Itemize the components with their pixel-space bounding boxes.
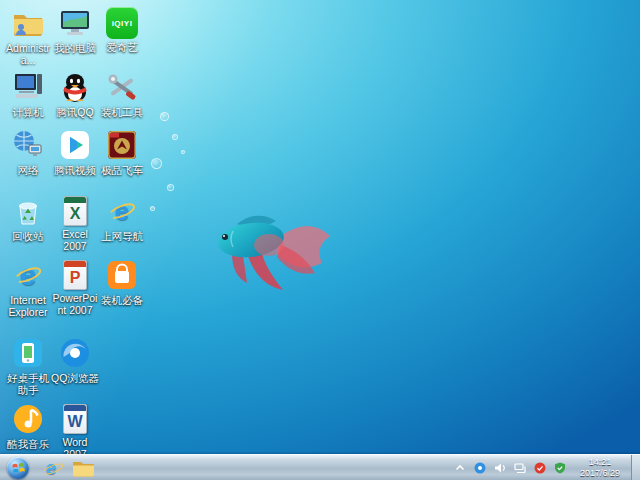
desktop-icon-label: 装机工具 — [98, 106, 146, 118]
desktop-icon-phone-assistant[interactable]: 好桌手机助手 — [4, 336, 52, 397]
excel-icon: X — [63, 196, 87, 226]
desktop-icon-internet-explorer[interactable]: e Internet Explorer — [4, 258, 52, 319]
powerpoint-letter: P — [70, 270, 81, 289]
racing-game-icon — [105, 128, 139, 162]
desktop-icon-label: Administra... — [4, 42, 52, 67]
taskbar-explorer-button[interactable] — [67, 456, 99, 480]
desktop-icon-powerpoint[interactable]: P PowerPoint 2007 — [51, 258, 99, 317]
taskbar-clock[interactable]: 14:21 2017/6/29 — [575, 457, 625, 479]
powerpoint-band — [64, 261, 86, 267]
network-globe-icon — [11, 128, 45, 162]
desktop-icon-tencent-video[interactable]: 腾讯视频 — [51, 128, 99, 176]
desktop-icon-label: Excel 2007 — [51, 228, 99, 253]
red-shield-icon — [534, 462, 546, 474]
desktop-icon-install-tools[interactable]: 装机工具 — [98, 70, 146, 118]
desktop-icon-label: 回收站 — [4, 230, 52, 242]
desktop-icon-label: 酷我音乐 — [4, 438, 52, 450]
phone-icon — [11, 336, 45, 370]
tray-app-icon[interactable] — [473, 461, 487, 475]
desktop-icon-label: 腾讯视频 — [51, 164, 99, 176]
network-icon — [514, 462, 527, 474]
desktop-icon-label: 装机必备 — [98, 294, 146, 306]
desktop-icon-kuwo-music[interactable]: 酷我音乐 — [4, 402, 52, 450]
desktop-icon-my-computer[interactable]: 我的电脑 — [51, 6, 99, 54]
folder-icon — [72, 458, 95, 477]
desktop-icon-label: 极品飞车 — [98, 164, 146, 176]
desktop-icon-administrator[interactable]: Administra... — [4, 6, 52, 67]
desktop[interactable]: Administra... 我的电脑 iQIYI 爱奇艺 计算机 腾讯QQ 装机… — [0, 0, 640, 454]
betta-fish-image — [203, 193, 343, 303]
chevron-up-icon — [454, 462, 466, 474]
desktop-icon-label: 好桌手机助手 — [4, 372, 52, 397]
ie-icon: e — [46, 457, 57, 479]
desktop-icon-word[interactable]: W Word 2007 — [51, 402, 99, 461]
start-button[interactable] — [7, 457, 29, 479]
system-tray — [453, 461, 567, 475]
volume-icon — [494, 462, 507, 474]
desktop-icon-label: 网络 — [4, 164, 52, 176]
bubble — [150, 206, 155, 211]
desktop-icon-essentials[interactable]: 装机必备 — [98, 258, 146, 306]
music-note-icon — [11, 402, 45, 436]
monitor-icon — [58, 6, 92, 40]
bubble — [167, 184, 174, 191]
antivirus-tray-button[interactable] — [533, 461, 547, 475]
windows-flag-icon — [12, 461, 25, 474]
bubble — [172, 134, 178, 140]
taskbar-ie-button[interactable]: e — [35, 456, 67, 480]
desktop-icon-recycle-bin[interactable]: 回收站 — [4, 194, 52, 242]
desktop-icon-label: PowerPoint 2007 — [51, 292, 99, 317]
desktop-icon-label: Internet Explorer — [4, 294, 52, 319]
desktop-icon-qq-browser[interactable]: QQ浏览器 — [51, 336, 99, 384]
clock-date: 2017/6/29 — [575, 468, 625, 479]
desktop-icon-excel[interactable]: X Excel 2007 — [51, 194, 99, 253]
desktop-icon-label: 计算机 — [4, 106, 52, 118]
browser-globe-icon — [58, 336, 92, 370]
iqiyi-logo-text: iQIYI — [112, 19, 133, 28]
word-letter: W — [67, 414, 82, 433]
volume-button[interactable] — [493, 461, 507, 475]
desktop-icon-web-nav[interactable]: e 上网导航 — [98, 194, 146, 242]
desktop-icon-iqiyi[interactable]: iQIYI 爱奇艺 — [98, 6, 146, 53]
excel-letter: X — [70, 206, 81, 225]
desktop-icon-tencent-qq[interactable]: 腾讯QQ — [51, 70, 99, 118]
word-icon: W — [63, 404, 87, 434]
computer-icon — [11, 70, 45, 104]
desktop-icon-label: 我的电脑 — [51, 42, 99, 54]
powerpoint-icon: P — [63, 260, 87, 290]
security-tray-button[interactable] — [553, 461, 567, 475]
recycle-bin-icon — [11, 194, 45, 228]
hidden-icons-button[interactable] — [453, 461, 467, 475]
shopping-bag-icon — [105, 258, 139, 292]
excel-band — [64, 197, 86, 203]
desktop-icon-nfs-game[interactable]: 极品飞车 — [98, 128, 146, 176]
desktop-icon-label: 上网导航 — [98, 230, 146, 242]
desktop-icon-label: QQ浏览器 — [51, 372, 99, 384]
desktop-icon-computer[interactable]: 计算机 — [4, 70, 52, 118]
word-band — [64, 405, 86, 411]
show-desktop-button[interactable] — [631, 455, 640, 480]
tools-icon — [105, 70, 139, 104]
network-button[interactable] — [513, 461, 527, 475]
green-shield-icon — [554, 462, 566, 474]
ie-e-icon: e — [105, 194, 139, 228]
desktop-icon-network[interactable]: 网络 — [4, 128, 52, 176]
desktop-icon-label: 腾讯QQ — [51, 106, 99, 118]
blue-app-icon — [474, 462, 486, 474]
qq-penguin-icon — [58, 70, 92, 104]
ie-e-icon: e — [11, 258, 45, 292]
play-triangle-icon — [58, 128, 92, 162]
bubble — [181, 150, 185, 154]
desktop-icon-label: 爱奇艺 — [98, 41, 146, 53]
user-folder-icon — [11, 6, 45, 40]
taskbar: e 14:21 2017/6/29 — [0, 454, 640, 480]
clock-time: 14:21 — [575, 457, 625, 468]
bubble — [151, 158, 162, 169]
bubble — [160, 112, 169, 121]
iqiyi-icon: iQIYI — [106, 7, 138, 39]
